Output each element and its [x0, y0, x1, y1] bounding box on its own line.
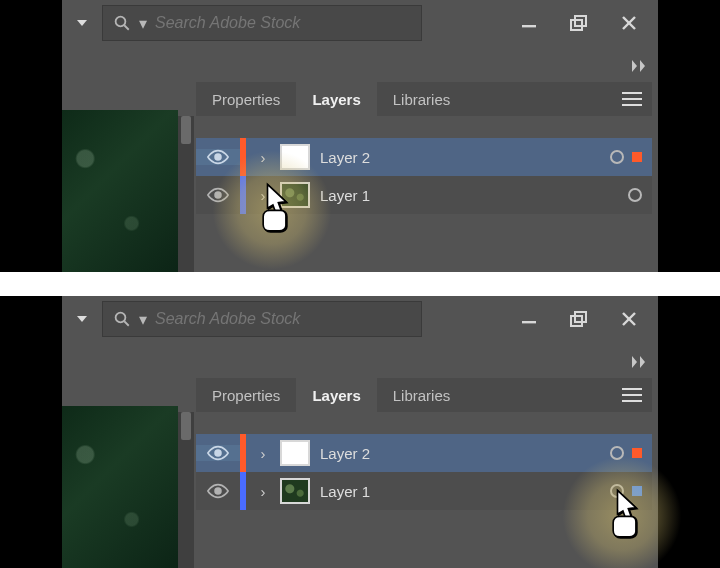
collapse-panels-icon[interactable] [632, 58, 650, 76]
svg-point-23 [215, 488, 221, 494]
tab-libraries[interactable]: Libraries [377, 82, 467, 116]
close-button[interactable] [616, 10, 642, 36]
layer-row[interactable]: › Layer 2 [196, 434, 652, 472]
layer-thumbnail[interactable] [280, 182, 310, 208]
expand-chevron-icon[interactable]: › [246, 149, 280, 166]
panel-menu-icon[interactable] [612, 82, 652, 116]
target-icon[interactable] [628, 188, 642, 202]
svg-rect-7 [622, 92, 642, 94]
layer-thumbnail[interactable] [280, 440, 310, 466]
tab-properties[interactable]: Properties [196, 82, 296, 116]
svg-point-11 [215, 192, 221, 198]
selection-indicator[interactable] [632, 486, 642, 496]
layer-name[interactable]: Layer 1 [320, 483, 610, 500]
document-canvas[interactable] [62, 110, 178, 272]
svg-point-10 [215, 154, 221, 160]
visibility-toggle[interactable] [196, 149, 240, 165]
close-button[interactable] [616, 306, 642, 332]
minimize-button[interactable] [516, 10, 542, 36]
search-field[interactable] [153, 309, 411, 329]
layer-row[interactable]: › Layer 1 [196, 176, 652, 214]
layer-row[interactable]: › Layer 2 [196, 138, 652, 176]
svg-point-0 [116, 17, 126, 27]
panel-scrollbar[interactable] [178, 116, 194, 272]
workspace-dropdown[interactable] [62, 299, 102, 339]
svg-rect-21 [622, 400, 642, 402]
panel-menu-icon[interactable] [612, 378, 652, 412]
search-input[interactable]: ▾ [102, 5, 422, 41]
svg-rect-20 [622, 394, 642, 396]
svg-line-1 [124, 25, 129, 30]
document-canvas[interactable] [62, 406, 178, 568]
svg-rect-14 [522, 321, 536, 323]
layers-panel: › Layer 2 › Layer 1 [196, 138, 652, 214]
tab-libraries[interactable]: Libraries [377, 378, 467, 412]
svg-rect-9 [622, 104, 642, 106]
search-field[interactable] [153, 13, 411, 33]
restore-button[interactable] [566, 306, 592, 332]
layer-thumbnail[interactable] [280, 144, 310, 170]
svg-rect-19 [622, 388, 642, 390]
target-icon[interactable] [610, 150, 624, 164]
tab-layers[interactable]: Layers [296, 82, 376, 116]
svg-point-22 [215, 450, 221, 456]
search-scope-chevron-icon: ▾ [139, 310, 147, 329]
panel-scrollbar[interactable] [178, 412, 194, 568]
visibility-toggle[interactable] [196, 483, 240, 499]
layer-row[interactable]: › Layer 1 [196, 472, 652, 510]
tab-properties[interactable]: Properties [196, 378, 296, 412]
svg-point-12 [116, 313, 126, 323]
collapse-panels-icon[interactable] [632, 354, 650, 372]
layer-name[interactable]: Layer 2 [320, 445, 610, 462]
target-icon[interactable] [610, 446, 624, 460]
expand-chevron-icon[interactable]: › [246, 445, 280, 462]
search-input[interactable]: ▾ [102, 301, 422, 337]
minimize-button[interactable] [516, 306, 542, 332]
workspace-dropdown[interactable] [62, 3, 102, 43]
expand-chevron-icon[interactable]: › [246, 483, 280, 500]
layers-panel: › Layer 2 › Layer 1 [196, 434, 652, 510]
tab-layers[interactable]: Layers [296, 378, 376, 412]
expand-chevron-icon[interactable]: › [246, 187, 280, 204]
selection-indicator[interactable] [632, 448, 642, 458]
search-scope-chevron-icon: ▾ [139, 14, 147, 33]
visibility-toggle[interactable] [196, 445, 240, 461]
selection-indicator[interactable] [632, 152, 642, 162]
layer-name[interactable]: Layer 1 [320, 187, 628, 204]
visibility-toggle[interactable] [196, 187, 240, 203]
svg-line-13 [124, 321, 129, 326]
svg-rect-8 [622, 98, 642, 100]
svg-rect-2 [522, 25, 536, 27]
layer-thumbnail[interactable] [280, 478, 310, 504]
restore-button[interactable] [566, 10, 592, 36]
target-icon[interactable] [610, 484, 624, 498]
layer-name[interactable]: Layer 2 [320, 149, 610, 166]
